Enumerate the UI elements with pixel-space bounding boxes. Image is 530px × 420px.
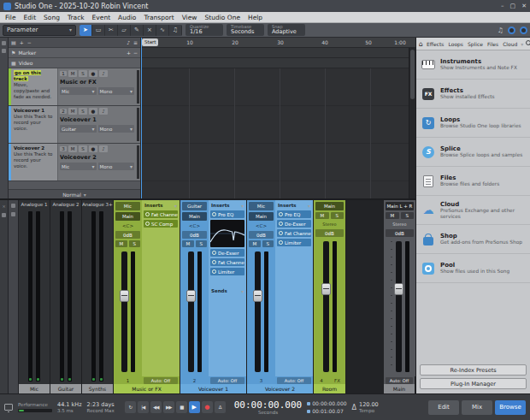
range-tool[interactable]: ▭ (92, 25, 105, 36)
automation-mode[interactable]: Auto: Off (277, 377, 311, 384)
insert-power-icon[interactable] (145, 212, 150, 216)
reindex-presets-button[interactable]: Re-Index Presets (420, 364, 527, 376)
search-icon[interactable] (526, 40, 530, 47)
menu-event[interactable]: Event (92, 14, 111, 21)
mode-select[interactable]: Mono (98, 125, 135, 133)
timebase-control[interactable]: Timebase Seconds (227, 24, 264, 36)
browser-tab-files[interactable]: Files (486, 40, 499, 48)
scrollbar-thumb[interactable] (410, 50, 415, 99)
volume-readout[interactable]: 0dB (115, 231, 140, 239)
monitor-knob-icon[interactable] (508, 27, 515, 34)
input-channel-analogue-2[interactable]: Analogue 2 Guitar (50, 200, 82, 393)
pan-control[interactable]: <C> (115, 222, 140, 229)
mute-button[interactable]: M (249, 240, 261, 247)
track-voiceover-1[interactable]: Voiceover 1 Use this Track to record you… (9, 106, 140, 144)
browser-tab-cloud[interactable]: Cloud (502, 40, 518, 48)
track-height-selector[interactable]: Normal (62, 192, 81, 198)
main-fader[interactable] (386, 239, 414, 375)
menu-song[interactable]: Song (44, 14, 60, 21)
track-name[interactable]: Music or FX (60, 79, 134, 86)
channel-name[interactable]: Music or FX (114, 384, 180, 393)
mode-select[interactable]: Mono (98, 87, 135, 95)
return-to-start-button[interactable]: |◀ (138, 401, 149, 413)
home-icon[interactable]: ⌂ (419, 40, 423, 48)
input-channel-analogue-1[interactable]: Analogue 1 Mic (19, 200, 50, 393)
channel-name[interactable]: Voiceover 1 (180, 384, 246, 393)
track-voiceover-2[interactable]: Voiceover 2 Use this Track to record you… (9, 144, 140, 181)
bank-icon[interactable] (11, 212, 15, 216)
insert-power-icon[interactable] (279, 240, 283, 245)
input-channel-label[interactable]: Guitar (50, 384, 81, 393)
menu-view[interactable]: View (182, 14, 197, 21)
input-select[interactable]: Mic (60, 87, 97, 95)
track-music-or-fx[interactable]: go on this track Move, copy/paste and fa… (9, 68, 140, 106)
edit-view-button[interactable]: Edit (428, 400, 459, 415)
stop-button[interactable]: ■ (176, 401, 187, 413)
browser-item-shop[interactable]: ShopGet add-ons from PreSonus Shop (416, 225, 530, 254)
monitor-button[interactable]: ♪ (99, 70, 108, 77)
channel-name[interactable]: Room (314, 384, 345, 393)
mute-button[interactable]: M (115, 240, 127, 247)
vertical-scrollbar[interactable] (409, 48, 415, 198)
solo-button[interactable]: S (331, 212, 344, 219)
insert-power-icon[interactable] (212, 212, 216, 216)
snap-control[interactable]: Snap Adaptive (268, 24, 305, 36)
chevron-down-icon[interactable] (241, 203, 244, 209)
loop-button[interactable]: ↻ (125, 401, 136, 413)
volume-readout[interactable]: 0dB (182, 231, 207, 239)
eq-curve-display[interactable] (210, 220, 244, 247)
fader-handle[interactable] (253, 290, 262, 302)
solo-button[interactable]: S (401, 212, 415, 219)
pan-control[interactable]: <C> (249, 222, 274, 229)
mute-button[interactable]: M (68, 70, 77, 77)
fast-forward-button[interactable]: ▶▶ (163, 401, 174, 413)
volume-readout[interactable]: 0dB (249, 231, 274, 239)
browser-item-loops[interactable]: LoopsBrowse Studio One loop libraries (416, 109, 530, 138)
remove-track-button[interactable] (27, 39, 32, 45)
mode-select[interactable]: Mono (98, 163, 135, 170)
insert-fat-channel[interactable]: Fat Channel (277, 229, 311, 237)
input-channel-label[interactable]: Synths (82, 384, 113, 393)
rail-toggle-icon[interactable] (2, 41, 6, 45)
play-button[interactable]: ▶ (189, 401, 200, 413)
channel-output-select[interactable]: Main (182, 212, 207, 221)
record-arm-button[interactable]: ● (89, 145, 97, 152)
insert-fat-channel[interactable]: Fat Channel (210, 258, 244, 266)
insert-power-icon[interactable] (212, 251, 216, 255)
rail-toggle-icon[interactable] (2, 49, 6, 53)
insert-fat-channel[interactable]: Fat Channel (144, 210, 178, 218)
track-list-options-icon[interactable] (11, 39, 16, 45)
audio-device-icon[interactable] (4, 404, 13, 411)
mute-button[interactable]: M (182, 240, 194, 247)
listen-tool[interactable]: ♫ (169, 25, 182, 36)
monitor-button[interactable]: ♪ (99, 108, 108, 115)
add-marker-button[interactable] (127, 50, 131, 56)
insert-power-icon[interactable] (212, 269, 216, 274)
automation-mode[interactable]: Auto: Off (210, 377, 244, 384)
metronome-button[interactable]: Δ (215, 401, 226, 413)
input-channel-label[interactable]: Mic (19, 384, 50, 393)
channel-input-select[interactable]: Mic (249, 202, 274, 210)
solo-button[interactable]: S (196, 240, 208, 247)
automation-mode[interactable]: Auto: Off (386, 377, 413, 384)
rewind-button[interactable]: ◀◀ (150, 401, 162, 413)
insert-pro-eq[interactable]: Pro EQ (277, 210, 311, 218)
bend-tool[interactable]: ∿ (156, 25, 169, 36)
mute-tool[interactable]: × (144, 25, 156, 36)
close-icon[interactable]: × (2, 204, 5, 209)
mute-button[interactable]: M (68, 145, 77, 152)
arrow-tool[interactable]: ➤ (80, 25, 92, 36)
record-button[interactable]: ● (202, 401, 213, 413)
browser-item-effects[interactable]: FX EffectsShow installed Effects (416, 80, 530, 109)
insert-power-icon[interactable] (279, 222, 283, 226)
solo-button[interactable]: S (79, 108, 87, 115)
fader-handle[interactable] (186, 290, 196, 302)
browser-item-splice[interactable]: SpliceBrowse Splice loops and samples (416, 138, 530, 167)
add-track-button[interactable] (20, 39, 24, 45)
output-knob-icon[interactable] (520, 27, 527, 34)
quantize-control[interactable]: Quantize 1/16 (186, 24, 223, 36)
channel-output-select[interactable]: Main (315, 202, 344, 210)
solo-button[interactable]: S (79, 70, 87, 77)
timeline-ruler[interactable]: Start 10 20 30 40 50 1:00 (141, 38, 415, 48)
start-marker[interactable]: Start (142, 38, 158, 46)
